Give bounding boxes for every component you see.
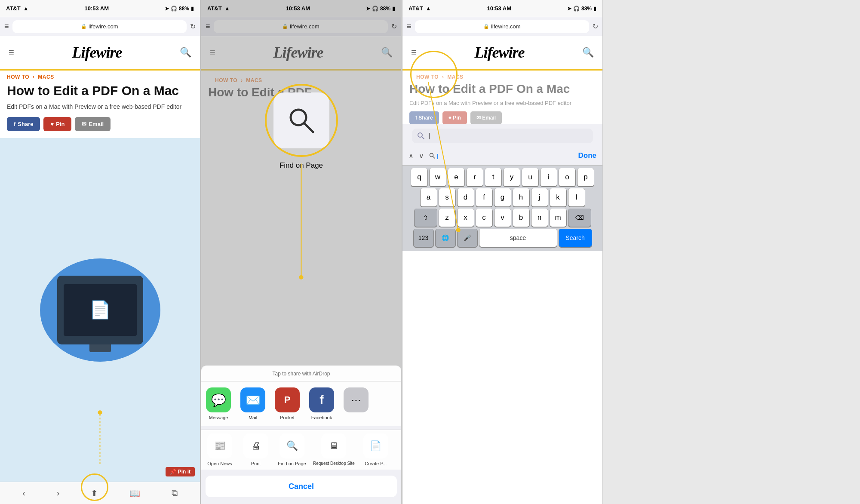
url-bar-p3[interactable]: 🔒 lifewire.com — [415, 20, 589, 33]
key-e-p3[interactable]: e — [448, 168, 464, 186]
key-j-p3[interactable]: j — [531, 188, 548, 206]
hamburger-icon-p1[interactable]: ≡ — [4, 22, 9, 31]
done-btn-p3[interactable]: Done — [578, 151, 597, 160]
search-svg-p2 — [286, 105, 316, 135]
facebook-share-btn-p1[interactable]: f Share — [7, 117, 40, 131]
action-create-p2[interactable]: 📄 Create P... — [361, 433, 391, 466]
kb-row-4-p3: 123 🌐 🎤 space Search — [404, 229, 601, 247]
email-share-btn-p1[interactable]: ✉ Email — [75, 117, 111, 131]
actions-container-p2: 📰 Open News 🖨 Print 🔍 Find on Page — [201, 430, 401, 470]
action-find-p2[interactable]: 🔍 Find on Page — [277, 433, 307, 466]
share-buttons-blurred-p3: f Share ♥ Pin ✉ Email — [409, 106, 596, 124]
share-app-pocket-p2[interactable]: P Pocket — [273, 387, 301, 420]
key-t-p3[interactable]: t — [485, 168, 501, 186]
monitor-p1: 📄 — [57, 276, 143, 344]
key-w-p3[interactable]: w — [430, 168, 446, 186]
key-h-p3[interactable]: h — [513, 188, 529, 206]
pinterest-share-btn-p1[interactable]: ♥ Pin — [43, 117, 71, 131]
airdrop-hint-p2: Tap to share with AirDrop — [201, 371, 401, 381]
key-v-p3[interactable]: v — [494, 209, 511, 227]
back-btn-p1[interactable]: ‹ — [22, 488, 25, 498]
reload-icon-p3[interactable]: ↻ — [593, 22, 598, 31]
site-header-p1: ≡ Lifewire 🔍 — [0, 36, 200, 71]
key-z-p3[interactable]: z — [439, 209, 455, 227]
browser-bar-p3: ≡ 🔒 lifewire.com ↻ — [402, 17, 602, 36]
breadcrumb-macs-p1[interactable]: MACS — [38, 74, 54, 80]
keyboard-nav-p3: ∧ ∨ | — [408, 152, 438, 160]
key-y-p3[interactable]: y — [504, 168, 520, 186]
facebook-app-icon-p2: f — [309, 387, 334, 412]
hamburger-icon-p3[interactable]: ≡ — [407, 22, 412, 31]
key-l-p3[interactable]: l — [568, 188, 585, 206]
key-shift-p3[interactable]: ⇧ — [415, 209, 437, 227]
key-backspace-p3[interactable]: ⌫ — [568, 209, 591, 227]
breadcrumb-arrow-p1: › — [33, 74, 36, 80]
battery-icon-p3: ▮ — [593, 6, 596, 12]
key-k-p3[interactable]: k — [550, 188, 566, 206]
key-s-p3[interactable]: s — [439, 188, 455, 206]
email-btn-blurred-p3: ✉ Email — [470, 111, 502, 124]
share-sheet-p2: Tap to share with AirDrop 💬 Message ✉️ M… — [201, 366, 401, 504]
share-app-more-p2[interactable]: ··· — [342, 387, 370, 420]
site-menu-icon-p1[interactable]: ≡ — [9, 47, 14, 58]
desktop-icon-p2: 🖥 — [329, 440, 338, 452]
key-r-p3[interactable]: r — [467, 168, 483, 186]
key-g-p3[interactable]: g — [494, 188, 511, 206]
wifi-icon-p3: ▲ — [426, 5, 431, 12]
reload-icon-p1[interactable]: ↻ — [190, 22, 196, 31]
action-print-p2[interactable]: 🖨 Print — [241, 433, 271, 466]
key-c-p3[interactable]: c — [476, 209, 492, 227]
forward-btn-p1[interactable]: › — [57, 488, 60, 498]
key-n-p3[interactable]: n — [531, 209, 548, 227]
key-x-p3[interactable]: x — [458, 209, 474, 227]
bookmarks-btn-p1[interactable]: 📖 — [129, 488, 140, 498]
key-search-p3[interactable]: Search — [559, 229, 592, 247]
tabs-btn-p1[interactable]: ⧉ — [172, 488, 178, 498]
key-m-p3[interactable]: m — [550, 209, 566, 227]
key-p-p3[interactable]: p — [577, 168, 594, 186]
pocket-app-icon-p2: P — [275, 387, 300, 412]
site-logo-p1: Lifewire — [72, 43, 122, 61]
search-small-icon-p3 — [429, 153, 435, 159]
battery-label-p3: 88% — [581, 6, 592, 12]
battery-icon: ▮ — [191, 6, 194, 12]
key-globe-p3[interactable]: 🌐 — [436, 229, 455, 247]
key-f-p3[interactable]: f — [476, 188, 492, 206]
share-app-message-p2[interactable]: 💬 Message — [205, 387, 232, 420]
article-image-p1: 📄 📌 Pin it — [0, 138, 200, 482]
circle-bg-p1: 📄 — [40, 258, 160, 362]
next-arrow-p3[interactable]: ∨ — [419, 152, 424, 160]
breadcrumb-howto-p1[interactable]: HOW TO — [7, 74, 29, 80]
share-btn-wrapper-p1: ⬆ — [91, 488, 98, 498]
action-open-news-p2[interactable]: 📰 Open News — [205, 433, 235, 466]
site-search-icon-p1[interactable]: 🔍 — [180, 47, 191, 58]
cancel-btn-p2[interactable]: Cancel — [206, 476, 397, 497]
carrier-label-p3: AT&T — [408, 5, 423, 12]
mac-illustration-p1: 📄 — [40, 258, 160, 362]
message-label-p2: Message — [209, 415, 228, 420]
panel2: AT&T ▲ 10:53 AM ➤ 🎧 88% ▮ ≡ 🔒 lifewire.c… — [201, 0, 402, 504]
headphone-icon-p3: 🎧 — [573, 6, 580, 12]
panel3: AT&T ▲ 10:53 AM ➤ 🎧 88% ▮ ≡ 🔒 lifewire.c… — [402, 0, 603, 504]
key-u-p3[interactable]: u — [522, 168, 538, 186]
create-icon-wrapper-p2: 📄 — [363, 433, 388, 458]
key-q-p3[interactable]: q — [411, 168, 427, 186]
message-icon-p2: 💬 — [211, 393, 226, 407]
key-space-p3[interactable]: space — [479, 229, 557, 247]
url-bar-p1[interactable]: 🔒 lifewire.com — [12, 20, 187, 33]
browser-bar-p1: ≡ 🔒 lifewire.com ↻ — [0, 17, 200, 36]
share-app-mail-p2[interactable]: ✉️ Mail — [239, 387, 267, 420]
key-mic-p3[interactable]: 🎤 — [458, 229, 477, 247]
find-search-bar-p3[interactable]: | — [412, 129, 593, 143]
key-o-p3[interactable]: o — [559, 168, 575, 186]
desktop-icon-wrapper-p2: 🖥 — [321, 433, 346, 458]
key-d-p3[interactable]: d — [458, 188, 474, 206]
key-a-p3[interactable]: a — [421, 188, 437, 206]
key-123-p3[interactable]: 123 — [414, 229, 433, 247]
key-i-p3[interactable]: i — [541, 168, 557, 186]
key-b-p3[interactable]: b — [513, 209, 529, 227]
find-highlight-wrapper-p2: Find on Page — [265, 84, 338, 170]
action-desktop-p2[interactable]: 🖥 Request Desktop Site — [313, 433, 355, 466]
prev-arrow-p3[interactable]: ∧ — [408, 152, 414, 160]
share-app-facebook-p2[interactable]: f Facebook — [308, 387, 335, 420]
